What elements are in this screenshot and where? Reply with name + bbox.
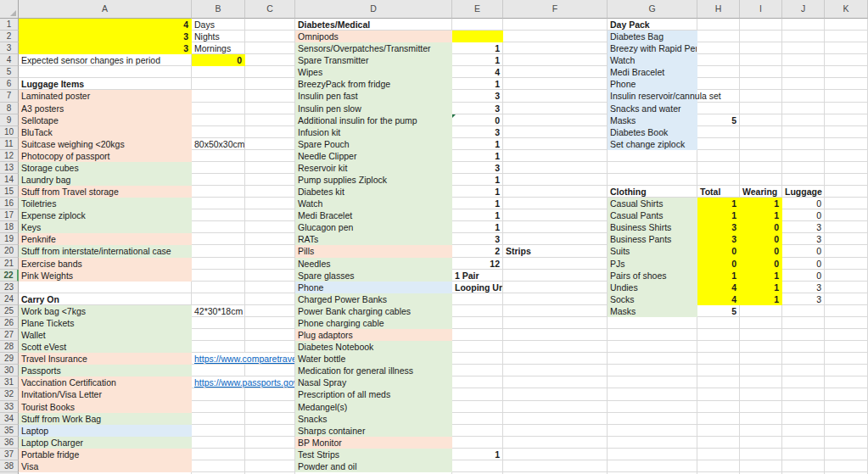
cell-J24[interactable]: 3 (782, 293, 825, 305)
cell-K30[interactable] (825, 365, 868, 376)
cell-J37[interactable] (782, 449, 825, 460)
cell-G34[interactable] (608, 413, 697, 425)
cell-H16[interactable]: 1 (697, 198, 740, 209)
cell-G10[interactable]: Diabetes Book (608, 126, 697, 138)
cell-G20[interactable]: Suits (608, 245, 697, 257)
cell-H24[interactable]: 4 (697, 293, 740, 305)
cell-G14[interactable] (608, 174, 697, 186)
cell-B5[interactable] (192, 66, 245, 78)
cell-A30[interactable]: Passports (19, 365, 192, 376)
cell-B2[interactable]: Nights (192, 31, 245, 42)
column-header-I[interactable]: I (740, 0, 782, 19)
cell-D10[interactable]: Infusion kit (295, 126, 452, 138)
cell-D32[interactable]: Prescription of all meds (295, 388, 452, 400)
cell-A27[interactable]: Wallet (19, 329, 192, 341)
cell-H4[interactable] (697, 54, 740, 66)
cell-J6[interactable] (782, 78, 825, 90)
cell-A38[interactable]: Visa (19, 460, 192, 472)
cell-J38[interactable] (782, 460, 825, 472)
cell-A17[interactable]: Expense ziplock (19, 209, 192, 221)
cell-C30[interactable] (245, 365, 295, 376)
cell-A15[interactable]: Stuff from Travel storage (19, 186, 192, 198)
cell-E18[interactable]: 1 (452, 221, 503, 233)
cell-J8[interactable] (782, 103, 825, 114)
cell-C33[interactable] (245, 401, 295, 413)
row-header-20[interactable]: 20 (0, 245, 19, 257)
cell-G24[interactable]: Socks (608, 293, 697, 305)
cell-A37[interactable]: Portable fridge (19, 449, 192, 460)
cell-E22[interactable]: 1 Pair (452, 270, 503, 282)
cell-C17[interactable] (245, 209, 295, 221)
cell-E21[interactable]: 12 (452, 258, 503, 270)
cell-K10[interactable] (825, 126, 868, 138)
cell-C21[interactable] (245, 258, 295, 270)
cell-D9[interactable]: Additional insulin for the pump (295, 114, 452, 126)
cell-D36[interactable]: BP Monitor (295, 437, 452, 449)
cell-G30[interactable] (608, 365, 697, 376)
cell-A16[interactable]: Toiletries (19, 198, 192, 209)
cell-K38[interactable] (825, 460, 868, 472)
cell-D30[interactable]: Medication for general illness (295, 365, 452, 376)
cell-K27[interactable] (825, 329, 868, 341)
row-header-15[interactable]: 15 (0, 186, 19, 198)
cell-H23[interactable]: 4 (697, 282, 740, 293)
cell-A36[interactable]: Laptop Charger (19, 437, 192, 449)
row-header-27[interactable]: 27 (0, 329, 19, 341)
cell-K18[interactable] (825, 221, 868, 233)
cell-C11[interactable] (245, 138, 295, 150)
cell-G26[interactable] (608, 317, 697, 329)
cell-D24[interactable]: Charged Power Banks (295, 293, 452, 305)
row-header-26[interactable]: 26 (0, 317, 19, 329)
cell-J1[interactable] (782, 19, 825, 31)
cell-F33[interactable] (503, 401, 608, 413)
cell-G8[interactable]: Snacks and water (608, 103, 697, 114)
cell-H29[interactable] (697, 353, 740, 365)
cell-I5[interactable] (740, 66, 782, 78)
cell-E2[interactable] (452, 31, 503, 42)
cell-F21[interactable] (503, 258, 608, 270)
cell-H28[interactable] (697, 341, 740, 353)
cell-A35[interactable]: Laptop (19, 425, 192, 437)
cell-B7[interactable] (192, 90, 245, 102)
cell-C20[interactable] (245, 245, 295, 257)
cell-B22[interactable] (192, 270, 245, 282)
cell-E14[interactable]: 1 (452, 174, 503, 186)
cell-J25[interactable] (782, 305, 825, 317)
cell-H6[interactable] (697, 78, 740, 90)
cell-C18[interactable] (245, 221, 295, 233)
cell-D15[interactable]: Diabetes kit (295, 186, 452, 198)
cell-A13[interactable]: Storage cubes (19, 162, 192, 174)
cell-H1[interactable] (697, 19, 740, 31)
cell-D21[interactable]: Needles (295, 258, 452, 270)
cell-J3[interactable] (782, 42, 825, 54)
cell-I28[interactable] (740, 341, 782, 353)
cell-I36[interactable] (740, 437, 782, 449)
cell-K7[interactable] (825, 90, 868, 102)
cell-F15[interactable] (503, 186, 608, 198)
cell-K6[interactable] (825, 78, 868, 90)
cell-J13[interactable] (782, 162, 825, 174)
cell-E31[interactable] (452, 376, 503, 388)
cell-J26[interactable] (782, 317, 825, 329)
cell-B32[interactable] (192, 388, 245, 400)
cell-B8[interactable] (192, 103, 245, 114)
cell-H25[interactable]: 5 (697, 305, 740, 317)
select-all-button[interactable] (0, 0, 19, 19)
cell-B17[interactable] (192, 209, 245, 221)
cell-F32[interactable] (503, 388, 608, 400)
cell-H15[interactable]: Total (697, 186, 740, 198)
cell-F25[interactable] (503, 305, 608, 317)
column-header-A[interactable]: A (19, 0, 192, 19)
cell-E3[interactable]: 1 (452, 42, 503, 54)
cell-G5[interactable]: Medi Bracelet (608, 66, 697, 78)
hyperlink-B31[interactable]: https://www.passports.gov (194, 376, 292, 388)
cell-C9[interactable] (245, 114, 295, 126)
cell-F34[interactable] (503, 413, 608, 425)
cell-H30[interactable] (697, 365, 740, 376)
cell-F16[interactable] (503, 198, 608, 209)
cell-H17[interactable]: 1 (697, 209, 740, 221)
row-header-29[interactable]: 29 (0, 353, 19, 365)
cell-D28[interactable]: Diabetes Notebook (295, 341, 452, 353)
cell-H36[interactable] (697, 437, 740, 449)
cell-K36[interactable] (825, 437, 868, 449)
